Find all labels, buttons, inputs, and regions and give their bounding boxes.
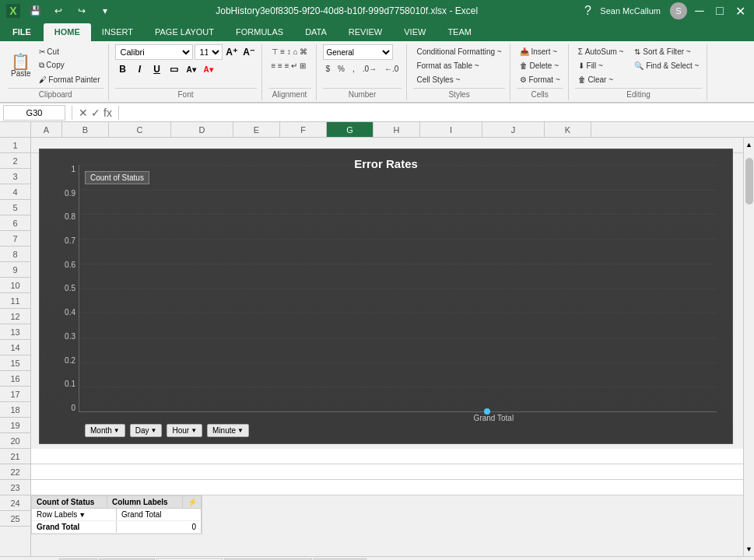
format-table-btn[interactable]: Format as Table ~ (413, 58, 504, 72)
pivot-filter-icon-cell[interactable]: ⚡ (183, 496, 202, 508)
row-3[interactable]: 3 (0, 169, 30, 184)
row-22[interactable]: 22 (0, 464, 30, 480)
tab-review[interactable]: REVIEW (338, 23, 393, 41)
cancel-formula-icon[interactable]: ✕ (79, 107, 88, 119)
fill-btn[interactable]: ⬇ Fill ~ (575, 58, 627, 72)
insert-function-icon[interactable]: fx (103, 107, 112, 119)
row-15[interactable]: 15 (0, 355, 30, 371)
shrink-font-btn[interactable]: A⁻ (241, 44, 257, 60)
scroll-down-btn[interactable]: ▼ (744, 544, 755, 555)
row-7[interactable]: 7 (0, 231, 30, 247)
row-11[interactable]: 11 (0, 293, 30, 309)
col-header-b[interactable]: B (62, 122, 109, 137)
font-color-btn[interactable]: A▾ (201, 61, 216, 77)
row-18[interactable]: 18 (0, 402, 30, 418)
row-20[interactable]: 20 (0, 433, 30, 449)
align-left-btn[interactable]: ≡ ≡ ≡ ↵ ⊞ (268, 58, 311, 72)
save-qat-btn[interactable]: 💾 (26, 2, 44, 19)
pivot-row-label-dropdown-icon[interactable]: ▼ (79, 511, 86, 519)
redo-qat-btn[interactable]: ↪ (73, 2, 90, 19)
comma-btn[interactable]: , (349, 61, 358, 75)
row-13[interactable]: 13 (0, 324, 30, 340)
close-btn[interactable]: ✕ (732, 3, 748, 19)
row-4[interactable]: 4 (0, 184, 30, 200)
chart-container[interactable]: 1 0.9 0.8 0.7 0.6 0.5 0.4 0.3 0.2 0.1 0 (39, 149, 733, 444)
tab-team[interactable]: TEAM (437, 23, 482, 41)
tab-file[interactable]: FILE (0, 23, 44, 41)
row-10[interactable]: 10 (0, 278, 30, 293)
autosum-btn[interactable]: Σ AutoSum ~ (575, 44, 627, 58)
formula-input[interactable] (125, 108, 751, 117)
row-12[interactable]: 12 (0, 309, 30, 324)
undo-qat-btn[interactable]: ↩ (50, 2, 67, 19)
decrease-decimal-btn[interactable]: ←.0 (381, 61, 402, 75)
tab-view[interactable]: VIEW (393, 23, 437, 41)
restore-btn[interactable]: □ (712, 3, 728, 19)
col-header-j[interactable]: J (482, 122, 545, 137)
timeline-month-btn[interactable]: Month ▼ (85, 424, 125, 437)
insert-btn[interactable]: 📥 Insert ~ (517, 44, 563, 58)
percent-btn[interactable]: % (335, 61, 348, 75)
sort-filter-btn[interactable]: ⇅ Sort & Filter ~ (631, 44, 702, 58)
v-scrollbar[interactable]: ▲ ▼ (743, 138, 754, 556)
tab-home[interactable]: HOME (44, 23, 91, 41)
col-header-f[interactable]: F (280, 122, 327, 137)
format-painter-button[interactable]: 🖌 Format Painter (36, 72, 103, 86)
timeline-minute-btn[interactable]: Minute ▼ (207, 424, 249, 437)
tab-data[interactable]: DATA (294, 23, 338, 41)
col-header-d[interactable]: D (171, 122, 233, 137)
col-header-k[interactable]: K (545, 122, 591, 137)
underline-btn[interactable]: U (149, 61, 165, 77)
bold-btn[interactable]: B (115, 61, 131, 77)
timeline-day-btn[interactable]: Day ▼ (130, 424, 163, 437)
scroll-thumb[interactable] (745, 158, 753, 205)
tab-insert[interactable]: INSERT (91, 23, 144, 41)
customize-qat-btn[interactable]: ▾ (96, 2, 114, 19)
cut-button[interactable]: ✂ Cut (36, 44, 103, 58)
row-2[interactable]: 2 (0, 153, 30, 169)
number-format-select[interactable]: General (323, 44, 393, 60)
help-btn[interactable]: ? (580, 3, 595, 19)
italic-btn[interactable]: I (132, 61, 148, 77)
row-5[interactable]: 5 (0, 200, 30, 215)
fill-color-btn[interactable]: A▾ (184, 61, 199, 77)
copy-button[interactable]: ⧉ Copy (36, 58, 103, 72)
row-14[interactable]: 14 (0, 340, 30, 355)
tab-formulas[interactable]: FORMULAS (225, 23, 294, 41)
col-header-a[interactable]: A (31, 122, 62, 137)
format-btn[interactable]: ⚙ Format ~ (517, 72, 563, 86)
row-19[interactable]: 19 (0, 418, 30, 433)
align-top-btn[interactable]: ⊤ ≡ ↕ ⌂ ⌘ (268, 44, 311, 58)
col-header-e[interactable]: E (233, 122, 280, 137)
row-23[interactable]: 23 (0, 480, 30, 495)
name-box[interactable] (3, 105, 65, 121)
row-8[interactable]: 8 (0, 247, 30, 262)
scroll-up-btn[interactable]: ▲ (744, 139, 755, 150)
row-17[interactable]: 17 (0, 387, 30, 402)
row-25[interactable]: 25 (0, 511, 30, 527)
increase-decimal-btn[interactable]: .0→ (359, 61, 380, 75)
confirm-formula-icon[interactable]: ✓ (91, 107, 100, 119)
col-header-h[interactable]: H (373, 122, 420, 137)
timeline-hour-btn[interactable]: Hour ▼ (167, 424, 202, 437)
col-header-i[interactable]: I (420, 122, 482, 137)
paste-button[interactable]: 📋 Paste (8, 44, 34, 86)
cell-styles-btn[interactable]: Cell Styles ~ (413, 72, 504, 86)
find-select-btn[interactable]: 🔍 Find & Select ~ (631, 58, 702, 72)
border-btn[interactable]: ▭ (167, 61, 182, 77)
minimize-btn[interactable]: ─ (692, 3, 707, 19)
row-24[interactable]: 24 (0, 495, 30, 511)
delete-btn[interactable]: 🗑 Delete ~ (517, 58, 563, 72)
conditional-formatting-btn[interactable]: Conditional Formatting ~ (413, 44, 504, 58)
currency-btn[interactable]: $ (323, 61, 334, 75)
tab-page-layout[interactable]: PAGE LAYOUT (144, 23, 225, 41)
col-header-c[interactable]: C (109, 122, 171, 137)
row-1[interactable]: 1 (0, 138, 30, 153)
col-header-g[interactable]: G (327, 122, 373, 137)
row-9[interactable]: 9 (0, 262, 30, 278)
row-16[interactable]: 16 (0, 371, 30, 387)
font-name-select[interactable]: Calibri (115, 44, 193, 60)
grow-font-btn[interactable]: A⁺ (224, 44, 240, 60)
row-21[interactable]: 21 (0, 449, 30, 464)
font-size-select[interactable]: 11 (195, 44, 223, 60)
